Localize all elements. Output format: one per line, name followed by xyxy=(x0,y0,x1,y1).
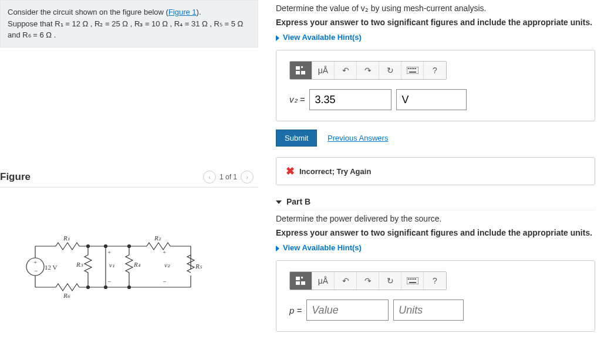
answer-toolbar-b: μÅ ↶ ↷ ↻ ? xyxy=(289,271,447,290)
svg-text:+: + xyxy=(33,258,37,266)
svg-rect-51 xyxy=(296,281,300,285)
circuit-diagram: + − R₁ xyxy=(18,229,258,312)
part-a-value-input[interactable] xyxy=(309,89,391,110)
help-button[interactable]: ? xyxy=(424,272,446,290)
svg-rect-52 xyxy=(301,281,305,285)
pager-text: 1 of 1 xyxy=(220,173,237,181)
svg-rect-48 xyxy=(409,72,416,73)
part-a-hints-toggle[interactable]: View Available Hint(s) xyxy=(276,33,595,42)
template-button[interactable] xyxy=(290,62,312,79)
reset-button[interactable]: ↻ xyxy=(379,272,401,290)
caret-right-icon xyxy=(276,246,279,251)
part-b-question: Determine the power delivered by the sou… xyxy=(276,214,595,223)
part-a-question: Determine the value of v₂ by using mesh-… xyxy=(276,4,595,13)
figure-link[interactable]: Figure 1 xyxy=(168,8,197,16)
svg-rect-54 xyxy=(408,278,409,280)
part-a-answer-panel: μÅ ↶ ↷ ↻ ? v₂ = xyxy=(276,50,595,121)
undo-button[interactable]: ↶ xyxy=(335,62,357,79)
redo-button[interactable]: ↷ xyxy=(357,272,379,290)
part-b-hints-toggle[interactable]: View Available Hint(s) xyxy=(276,243,595,252)
svg-point-22 xyxy=(87,244,90,247)
svg-text:−: − xyxy=(107,278,111,285)
svg-text:12 V: 12 V xyxy=(45,264,58,271)
figure-prev-button[interactable]: ‹ xyxy=(203,171,216,183)
svg-rect-42 xyxy=(407,67,418,74)
part-b-unit-input[interactable] xyxy=(393,300,464,321)
part-a-instruction: Express your answer to two significant f… xyxy=(276,18,595,27)
svg-rect-59 xyxy=(409,282,416,283)
undo-button[interactable]: ↶ xyxy=(335,272,357,290)
svg-point-23 xyxy=(87,285,90,288)
svg-text:R₁: R₁ xyxy=(63,234,70,241)
reset-button[interactable]: ↻ xyxy=(379,62,401,79)
part-b-value-input[interactable] xyxy=(306,300,389,321)
caret-down-icon xyxy=(276,200,282,204)
part-b-variable: p = xyxy=(289,305,302,315)
svg-rect-56 xyxy=(411,278,413,280)
svg-text:−: − xyxy=(34,267,38,274)
intro-suffix: ). xyxy=(197,8,201,16)
template-button[interactable] xyxy=(290,272,312,290)
svg-text:R₂: R₂ xyxy=(154,234,161,241)
svg-rect-57 xyxy=(413,278,414,280)
keyboard-button[interactable] xyxy=(401,62,424,79)
svg-point-20 xyxy=(128,244,131,247)
feedback-box: ✖ Incorrect; Try Again xyxy=(276,157,595,185)
svg-rect-46 xyxy=(413,68,414,69)
svg-rect-53 xyxy=(407,277,418,284)
svg-rect-38 xyxy=(296,66,300,70)
svg-rect-43 xyxy=(408,68,409,69)
svg-rect-45 xyxy=(411,68,413,69)
svg-rect-44 xyxy=(410,68,411,69)
submit-button[interactable]: Submit xyxy=(276,130,317,147)
svg-rect-40 xyxy=(296,71,300,74)
figure-pager: ‹ 1 of 1 › xyxy=(203,171,254,183)
previous-answers-link[interactable]: Previous Answers xyxy=(327,134,388,142)
figure-next-button[interactable]: › xyxy=(241,171,254,183)
incorrect-icon: ✖ xyxy=(286,165,295,178)
suppose-text: Suppose that R₁ = 12 Ω , R₂ = 25 Ω , R₃ … xyxy=(8,19,243,40)
units-button[interactable]: μÅ xyxy=(312,272,335,290)
svg-text:−: − xyxy=(163,278,166,285)
intro-prefix: Consider the circuit shown on the figure… xyxy=(8,8,168,16)
svg-text:+: + xyxy=(163,249,166,256)
help-button[interactable]: ? xyxy=(424,62,446,79)
svg-text:v₁: v₁ xyxy=(109,261,114,268)
svg-text:R₃: R₃ xyxy=(76,261,83,268)
svg-rect-58 xyxy=(415,278,416,280)
caret-right-icon xyxy=(276,35,279,41)
figure-title: Figure xyxy=(0,171,31,183)
part-b-header[interactable]: Part B xyxy=(276,197,595,210)
svg-rect-49 xyxy=(296,277,300,280)
svg-rect-50 xyxy=(301,277,303,278)
svg-rect-39 xyxy=(301,66,303,68)
answer-toolbar: μÅ ↶ ↷ ↻ ? xyxy=(289,61,447,80)
problem-setup: Consider the circuit shown on the figure… xyxy=(0,0,258,47)
part-a-variable: v₂ = xyxy=(289,94,305,105)
keyboard-button[interactable] xyxy=(401,272,424,290)
units-button[interactable]: μÅ xyxy=(312,62,335,79)
part-a-unit-input[interactable] xyxy=(396,89,467,110)
svg-text:R₅: R₅ xyxy=(195,263,202,270)
svg-point-21 xyxy=(128,285,131,288)
svg-text:R₆: R₆ xyxy=(63,292,70,299)
feedback-text: Incorrect; Try Again xyxy=(299,167,371,176)
part-b-instruction: Express your answer to two significant f… xyxy=(276,228,595,237)
svg-rect-41 xyxy=(301,71,305,74)
svg-text:R₄: R₄ xyxy=(133,261,141,268)
svg-text:v₂: v₂ xyxy=(164,261,170,268)
svg-rect-47 xyxy=(415,68,416,69)
part-b-answer-panel: μÅ ↶ ↷ ↻ ? p = xyxy=(276,260,595,332)
svg-rect-55 xyxy=(410,278,411,280)
svg-text:+: + xyxy=(107,249,111,256)
redo-button[interactable]: ↷ xyxy=(357,62,379,79)
